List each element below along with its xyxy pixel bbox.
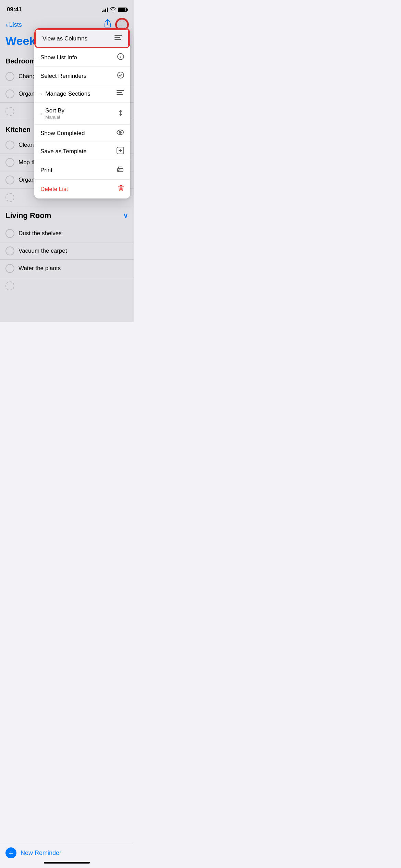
menu-item-delete-list[interactable]: Delete List (34, 180, 130, 198)
chevron-right-icon: › (40, 111, 42, 116)
menu-item-manage-sections[interactable]: › Manage Sections (34, 85, 130, 103)
sort-icon (117, 109, 124, 118)
sections-icon (117, 90, 124, 97)
info-icon: i (117, 53, 124, 62)
menu-label-show-completed: Show Completed (40, 130, 85, 137)
svg-rect-8 (117, 94, 123, 95)
svg-point-14 (119, 169, 120, 170)
menu-item-show-list-info[interactable]: Show List Info i (34, 48, 130, 67)
dropdown-menu: View as Columns Show List Info i Selec (34, 28, 130, 198)
menu-item-view-columns[interactable]: View as Columns (35, 29, 129, 47)
eye-icon (117, 130, 124, 137)
svg-text:i: i (120, 55, 121, 59)
menu-label-view-columns: View as Columns (42, 35, 87, 42)
svg-rect-2 (114, 39, 121, 40)
menu-item-show-completed[interactable]: Show Completed (34, 125, 130, 142)
checkmark-circle-icon (117, 72, 124, 80)
chevron-right-icon: › (40, 91, 42, 96)
menu-label-manage-sections: Manage Sections (45, 91, 90, 97)
menu-label-save-template: Save as Template (40, 148, 87, 155)
svg-point-10 (120, 132, 121, 133)
columns-icon (114, 35, 122, 42)
menu-item-print[interactable]: Print (34, 161, 130, 180)
menu-sublabel-sort-by: Manual (45, 114, 64, 120)
svg-rect-0 (114, 35, 122, 36)
svg-rect-7 (117, 92, 122, 93)
svg-rect-6 (117, 90, 124, 91)
menu-item-save-template[interactable]: Save as Template (34, 142, 130, 161)
svg-rect-1 (114, 37, 120, 38)
menu-label-show-list-info: Show List Info (40, 54, 77, 61)
trash-icon (118, 184, 124, 194)
menu-item-sort-by[interactable]: › Sort By Manual (34, 103, 130, 125)
print-icon (117, 166, 124, 174)
menu-label-delete-list: Delete List (40, 186, 68, 193)
menu-label-select-reminders: Select Reminders (40, 73, 86, 80)
menu-item-select-reminders[interactable]: Select Reminders (34, 67, 130, 85)
menu-label-sort-by: Sort By (45, 107, 64, 114)
menu-label-print: Print (40, 167, 52, 174)
svg-point-5 (118, 72, 124, 78)
save-template-icon (117, 147, 124, 156)
